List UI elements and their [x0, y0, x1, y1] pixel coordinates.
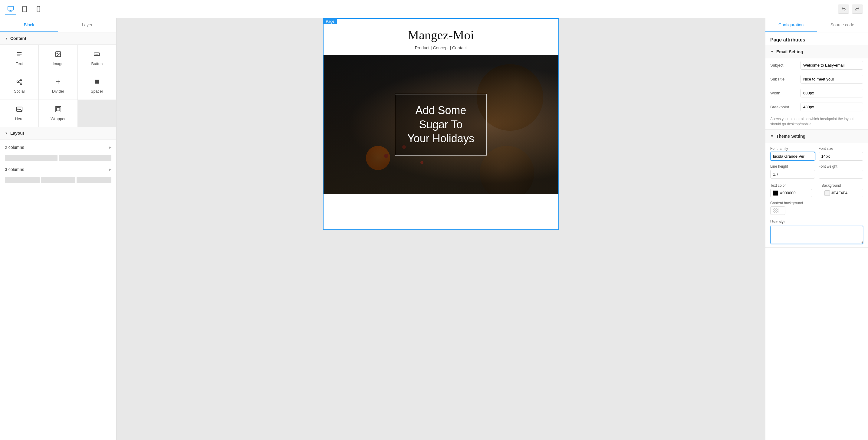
- block-item-spacer[interactable]: Spacer: [78, 72, 116, 100]
- block-text-label: Text: [16, 61, 23, 66]
- undo-button[interactable]: [838, 4, 849, 13]
- font-family-input[interactable]: [770, 152, 815, 161]
- content-bg-label: Content background: [770, 201, 863, 205]
- block-hero-label: Hero: [15, 117, 24, 121]
- font-weight-field: Font weight: [819, 164, 864, 179]
- block-item-social[interactable]: Social: [0, 72, 38, 100]
- content-section-header[interactable]: ▼ Content: [0, 32, 116, 45]
- hero-text: Add Some Sugar To Your Holidays: [407, 103, 474, 146]
- content-bg-section: Content background: [766, 200, 868, 217]
- block-item-text[interactable]: Text: [0, 45, 38, 72]
- text-icon: [16, 51, 23, 59]
- spacer-icon: [94, 78, 100, 87]
- svg-rect-3: [23, 6, 27, 11]
- breakpoint-input[interactable]: [801, 102, 863, 112]
- page-label: Page: [323, 19, 337, 24]
- subtitle-row: SubTitle: [766, 72, 868, 86]
- device-desktop-btn[interactable]: [19, 4, 30, 14]
- font-family-field: Font family: [770, 147, 815, 161]
- text-color-input-wrap[interactable]: #000000: [770, 189, 812, 197]
- block-item-divider[interactable]: Divider: [39, 72, 77, 100]
- tab-source-code[interactable]: Source code: [817, 18, 868, 32]
- subject-input[interactable]: [801, 61, 863, 70]
- email-setting-section: ▼ Email Setting Subject SubTitle Width B…: [766, 45, 868, 129]
- svg-rect-20: [95, 80, 99, 84]
- subtitle-input[interactable]: [801, 75, 863, 84]
- line-height-label: Line height: [770, 164, 815, 168]
- subject-row: Subject: [766, 58, 868, 72]
- user-style-textarea[interactable]: [770, 226, 863, 244]
- main-layout: Block Layer ▼ Content Text: [0, 18, 868, 440]
- theme-setting-section: ▼ Theme Setting Font family Font size Li…: [766, 129, 868, 248]
- block-social-label: Social: [14, 89, 25, 94]
- text-color-label: Text color: [770, 183, 812, 188]
- font-size-input[interactable]: [819, 152, 864, 161]
- background-color-input-wrap[interactable]: #F4F4F4: [822, 189, 864, 197]
- svg-rect-0: [8, 6, 13, 10]
- social-icon: [16, 78, 23, 87]
- redo-button[interactable]: [851, 4, 863, 13]
- font-weight-input[interactable]: [819, 170, 864, 179]
- device-preview-btn[interactable]: [5, 4, 17, 14]
- block-item-image[interactable]: Image: [39, 45, 77, 72]
- line-height-input[interactable]: [770, 170, 815, 179]
- background-hex: #F4F4F4: [832, 191, 848, 195]
- svg-point-14: [17, 81, 19, 83]
- svg-rect-23: [56, 108, 60, 111]
- block-image-label: Image: [53, 61, 64, 66]
- svg-line-17: [19, 80, 20, 82]
- hero-line1: Add Some: [415, 104, 466, 117]
- svg-point-13: [20, 79, 22, 81]
- line-height-field: Line height: [770, 164, 815, 179]
- theme-setting-header[interactable]: ▼ Theme Setting: [766, 129, 868, 143]
- block-item-hero[interactable]: Hero: [0, 100, 38, 127]
- tab-configuration[interactable]: Configuration: [766, 18, 817, 32]
- divider-icon: [55, 78, 61, 87]
- block-grid: Text Image: [0, 45, 116, 127]
- font-settings-grid: Font family Font size Line height Font w…: [766, 143, 868, 182]
- layout-3col-preview: [0, 177, 116, 186]
- email-setting-chevron-icon: ▼: [770, 50, 774, 54]
- left-panel: Block Layer ▼ Content Text: [0, 18, 117, 440]
- width-row: Width: [766, 86, 868, 100]
- hero-line2: Sugar To: [419, 118, 462, 131]
- font-family-label: Font family: [770, 147, 815, 151]
- tab-layer[interactable]: Layer: [58, 18, 116, 32]
- email-setting-header[interactable]: ▼ Email Setting: [766, 45, 868, 58]
- text-color-swatch: [773, 190, 778, 196]
- right-panel-tabs: Configuration Source code: [766, 18, 868, 32]
- layout-2col-arrow: ▶: [108, 145, 112, 150]
- layout-col: [41, 177, 76, 183]
- font-size-label: Font size: [819, 147, 864, 151]
- theme-setting-label: Theme Setting: [776, 134, 805, 138]
- layout-3col-item[interactable]: 3 columns ▶: [0, 164, 116, 175]
- email-setting-label: Email Setting: [776, 49, 803, 54]
- width-input[interactable]: [801, 89, 863, 97]
- layout-2col-item[interactable]: 2 columns ▶: [0, 142, 116, 153]
- layout-section-header[interactable]: ▼ Layout: [0, 127, 116, 139]
- breakpoint-note: Allows you to control on which breakpoin…: [766, 114, 868, 129]
- block-divider-label: Divider: [52, 89, 64, 94]
- button-icon: [94, 51, 100, 59]
- image-icon: [55, 51, 61, 59]
- layout-col: [76, 177, 112, 183]
- email-brand: Mangez-Moi: [330, 28, 552, 42]
- block-item-wrapper[interactable]: Wrapper: [39, 100, 77, 127]
- background-color-group: Background #F4F4F4: [822, 183, 864, 197]
- block-spacer-label: Spacer: [91, 89, 103, 94]
- layout-items: 2 columns ▶ 3 columns ▶: [0, 139, 116, 189]
- left-panel-tabs: Block Layer: [0, 18, 116, 32]
- device-mobile-btn[interactable]: [33, 4, 44, 14]
- user-style-section: User style: [766, 217, 868, 247]
- font-weight-label: Font weight: [819, 164, 864, 168]
- email-canvas: Page Mangez-Moi Product | Concept | Cont…: [323, 18, 559, 230]
- undo-redo-group: [838, 4, 863, 13]
- block-item-button[interactable]: Button: [78, 45, 116, 72]
- layout-section-label: Layout: [10, 131, 24, 135]
- tab-block[interactable]: Block: [0, 18, 58, 32]
- email-hero: Add Some Sugar To Your Holidays: [323, 55, 558, 194]
- device-switcher: [5, 4, 44, 14]
- content-chevron-icon: ▼: [5, 37, 8, 40]
- layout-3col-arrow: ▶: [108, 167, 112, 171]
- content-bg-input-wrap[interactable]: [770, 207, 785, 215]
